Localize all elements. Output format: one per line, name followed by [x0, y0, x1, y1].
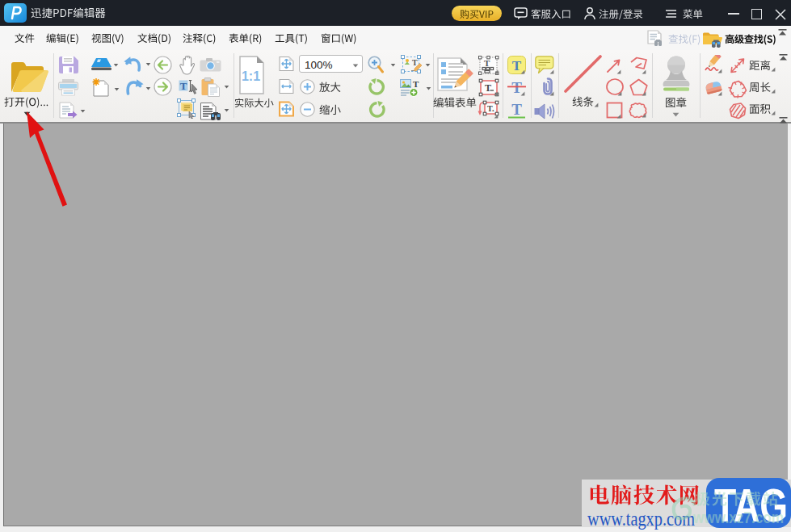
svg-text:1:1: 1:1 — [242, 69, 260, 83]
svg-text:T: T — [180, 80, 187, 92]
svg-text:T: T — [412, 58, 418, 67]
svg-text:T.: T. — [487, 104, 494, 113]
svg-text:T: T — [485, 82, 491, 94]
svg-text:T: T — [511, 101, 522, 118]
svg-text:T: T — [413, 79, 419, 89]
svg-text:T: T — [484, 58, 490, 68]
svg-text:www.xz7.com: www.xz7.com — [692, 508, 784, 526]
